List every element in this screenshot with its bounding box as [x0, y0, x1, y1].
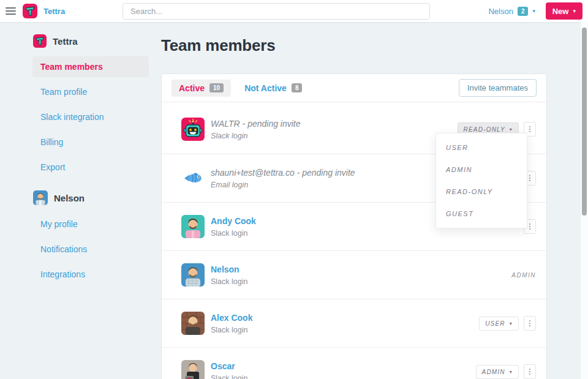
member-login-type: Slack login: [211, 326, 479, 334]
tab-active[interactable]: Active 10: [172, 80, 231, 97]
member-login-type: Slack login: [211, 374, 476, 379]
member-info: Nelson Slack login: [211, 265, 511, 286]
member-row: Oscar Slack login ADMIN ▾: [162, 348, 546, 379]
scrollbar-track[interactable]: [580, 22, 588, 379]
member-avatar: [181, 360, 205, 379]
member-info: Alex Cook Slack login: [211, 313, 479, 334]
card-header: Active 10 Not Active 8 Invite teammates: [162, 74, 546, 102]
avatar: [33, 190, 48, 205]
tab-not-active-label: Not Active: [244, 83, 287, 93]
fish-avatar: [181, 167, 205, 190]
tettra-logo-icon[interactable]: [23, 4, 37, 18]
member-row: Nelson Slack login ADMIN: [162, 251, 546, 299]
caret-down-icon: ▾: [510, 321, 513, 326]
member-info: Oscar Slack login: [211, 361, 476, 379]
role-label: ADMIN: [511, 272, 536, 279]
sidebar: Tettra Team members Team profile Slack i…: [32, 34, 149, 289]
tabs: Active 10 Not Active 8: [172, 80, 309, 97]
member-name: WALTR - pending invite: [211, 119, 458, 129]
role-menu-item-read-only[interactable]: READ-ONLY: [436, 181, 527, 203]
user-name: Nelson: [488, 7, 513, 16]
member-info: WALTR - pending invite Slack login: [211, 119, 458, 140]
member-name-link[interactable]: Alex Cook: [211, 313, 479, 323]
sidebar-team-name: Tettra: [53, 36, 78, 47]
member-avatar: [181, 215, 205, 238]
user-menu[interactable]: Nelson 2 ▾: [488, 0, 535, 22]
role-menu-item-admin[interactable]: ADMIN: [436, 159, 527, 181]
team-members-card: Active 10 Not Active 8 Invite teammates: [161, 73, 547, 379]
caret-down-icon: ▾: [510, 127, 513, 132]
member-login-type: Slack login: [211, 277, 511, 286]
sidebar-user-header: Nelson: [32, 190, 149, 205]
new-button[interactable]: New ▾: [546, 2, 582, 20]
tab-active-label: Active: [179, 83, 205, 93]
role-dropdown-menu: USER ADMIN READ-ONLY GUEST: [435, 133, 527, 228]
sidebar-item-integrations[interactable]: Integrations: [32, 264, 149, 285]
role-dropdown-value: USER: [485, 320, 505, 327]
sidebar-item-billing[interactable]: Billing: [32, 132, 149, 152]
member-controls: ADMIN: [511, 272, 536, 279]
sidebar-item-team-profile[interactable]: Team profile: [32, 81, 149, 102]
search-input[interactable]: [123, 3, 430, 20]
member-login-type: Slack login: [211, 132, 458, 140]
tab-active-count-badge: 10: [209, 83, 224, 92]
new-button-label: New: [552, 7, 569, 16]
notification-count-badge: 2: [518, 7, 529, 16]
member-controls: ADMIN ▾: [476, 364, 536, 379]
sidebar-item-team-members[interactable]: Team members: [32, 56, 149, 77]
member-name-link[interactable]: Nelson: [211, 265, 511, 274]
tab-not-active[interactable]: Not Active 8: [237, 80, 309, 97]
sidebar-item-my-profile[interactable]: My profile: [32, 214, 149, 235]
kebab-menu-icon[interactable]: [524, 316, 536, 331]
caret-down-icon: ▾: [510, 369, 513, 375]
member-name-link[interactable]: Oscar: [211, 361, 476, 371]
kebab-menu-icon[interactable]: [524, 364, 536, 379]
member-row: Alex Cook Slack login USER ▾: [162, 299, 546, 348]
member-controls: USER ▾: [479, 316, 536, 331]
member-avatar: [181, 263, 205, 287]
tettra-logo-icon: [33, 34, 47, 48]
role-menu-item-guest[interactable]: GUEST: [436, 203, 527, 225]
sidebar-item-slack-integration[interactable]: Slack integration: [32, 107, 149, 127]
sidebar-item-notifications[interactable]: Notifications: [32, 239, 149, 260]
invite-teammates-button[interactable]: Invite teammates: [459, 79, 537, 97]
tab-not-active-count-badge: 8: [292, 83, 303, 92]
role-dropdown-value: READ-ONLY: [464, 126, 505, 133]
caret-down-icon: ▾: [573, 8, 576, 14]
member-login-type: Slack login: [211, 229, 524, 238]
role-dropdown-value: ADMIN: [482, 369, 505, 375]
topbar: Tettra Nelson 2 ▾ New ▾: [0, 0, 588, 22]
member-list: WALTR - pending invite Slack login READ-…: [162, 102, 546, 379]
brand-name[interactable]: Tettra: [43, 7, 65, 16]
member-avatar: [181, 312, 205, 335]
sidebar-user-nav: My profile Notifications Integrations: [32, 214, 149, 285]
page-title: Team members: [161, 34, 547, 56]
role-menu-item-user[interactable]: USER: [436, 137, 527, 159]
caret-down-icon: ▾: [532, 8, 535, 14]
sidebar-user-name: Nelson: [54, 193, 85, 203]
robot-avatar: [181, 118, 205, 141]
role-dropdown-button[interactable]: USER ▾: [479, 317, 519, 331]
hamburger-icon[interactable]: [6, 6, 16, 17]
sidebar-team-header: Tettra: [32, 34, 149, 48]
main-content: Team members Active 10 Not Active 8 Invi…: [161, 34, 547, 379]
sidebar-team-nav: Team members Team profile Slack integrat…: [32, 56, 149, 178]
role-dropdown-button[interactable]: ADMIN ▾: [476, 365, 519, 379]
sidebar-item-export[interactable]: Export: [32, 157, 149, 178]
scrollbar-thumb[interactable]: [582, 28, 587, 216]
